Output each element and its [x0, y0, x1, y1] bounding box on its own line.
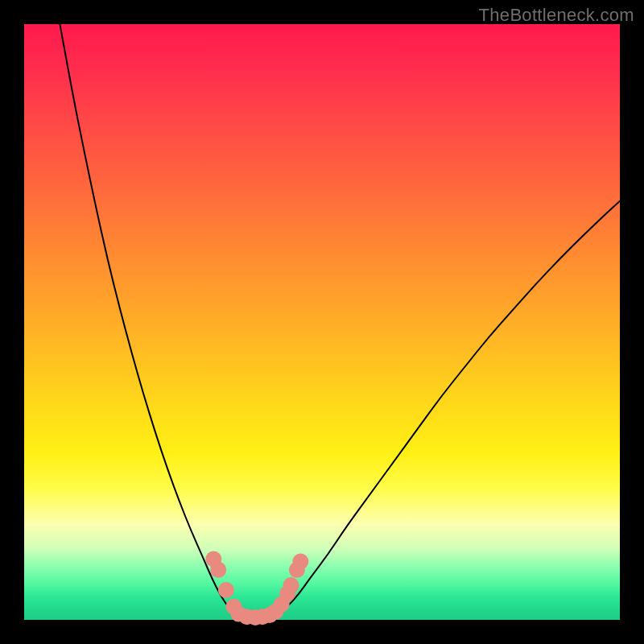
chart-svg: [24, 24, 620, 620]
chart-plot-area: [24, 24, 620, 620]
marker-bead: [210, 562, 226, 578]
watermark-text: TheBottleneck.com: [479, 5, 634, 26]
marker-bead: [283, 577, 299, 593]
marker-bead: [292, 553, 308, 569]
marker-beads: [205, 551, 308, 626]
curve-right: [275, 201, 620, 617]
curve-left: [60, 24, 238, 617]
marker-bead: [218, 582, 234, 598]
